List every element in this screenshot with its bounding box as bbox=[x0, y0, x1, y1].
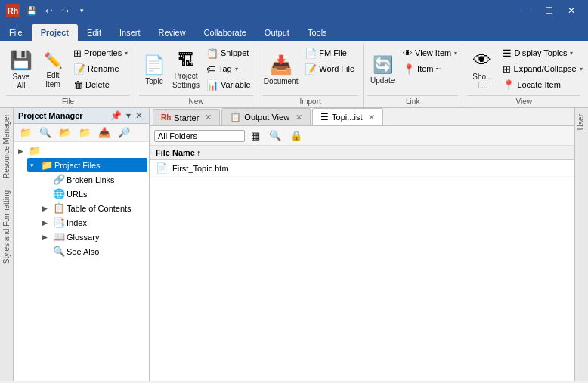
glossary-expand-icon[interactable]: ▶ bbox=[42, 233, 51, 241]
tab-collaborate[interactable]: Collaborate bbox=[195, 24, 255, 41]
main-area: Resource Manager Styles and Formatting P… bbox=[0, 108, 588, 381]
panel-controls: 📌 ▾ ✕ bbox=[109, 110, 144, 121]
file-item-icon: 📄 bbox=[156, 162, 168, 174]
document-label: Document bbox=[264, 77, 299, 86]
ribbon-group-view-content: 👁 Sho...L... ☰ Display Topics ▾ ⊞ Expand… bbox=[467, 44, 580, 95]
link-small-group: 👁 View Item ▾ 📍 Item ~ bbox=[399, 45, 461, 76]
tab-starter[interactable]: Rh Starter ✕ bbox=[153, 109, 220, 125]
item-tilde-icon: 📍 bbox=[403, 63, 415, 75]
panel-pin-btn[interactable]: 📌 bbox=[109, 110, 123, 121]
panel-open-btn[interactable]: 📁 bbox=[17, 125, 35, 140]
edit-item-label: EditItem bbox=[45, 71, 60, 89]
document-button[interactable]: 📥 Document bbox=[262, 45, 299, 95]
display-topics-button[interactable]: ☰ Display Topics ▾ bbox=[499, 45, 586, 60]
expand-collapse-icon: ⊞ bbox=[503, 63, 511, 75]
tab-tools[interactable]: Tools bbox=[299, 24, 336, 41]
ribbon-group-import-content: 📥 Document 📄 FM File 📝 Word File bbox=[262, 44, 358, 95]
save-all-icon: 💾 bbox=[10, 50, 32, 71]
tab-file[interactable]: File bbox=[0, 24, 32, 41]
tree-toc[interactable]: ▶ 📋 Table of Contents bbox=[39, 201, 147, 215]
close-btn[interactable]: ✕ bbox=[561, 3, 582, 18]
file-small-group: ⊞ Properties ▾ 📝 Rename 🗑 Delete bbox=[70, 45, 132, 92]
tree-index[interactable]: ▶ 📑 Index bbox=[39, 215, 147, 230]
index-label: Index bbox=[67, 218, 87, 227]
view-item-button[interactable]: 👁 View Item ▾ bbox=[399, 45, 461, 60]
quick-access-dropdown[interactable]: ▾ bbox=[74, 4, 89, 17]
display-topics-arrow: ▾ bbox=[570, 50, 573, 57]
delete-button[interactable]: 🗑 Delete bbox=[70, 77, 132, 92]
rename-button[interactable]: 📝 Rename bbox=[70, 61, 132, 76]
show-l-icon: 👁 bbox=[473, 50, 491, 71]
properties-icon: ⊞ bbox=[73, 48, 82, 59]
item-tilde-button[interactable]: 📍 Item ~ bbox=[399, 61, 461, 76]
panel-toolbar: 📁 🔍 📂 📁 📥 🔎 bbox=[14, 124, 149, 142]
tab-edit[interactable]: Edit bbox=[78, 24, 110, 41]
fm-file-button[interactable]: 📄 FM File bbox=[301, 45, 358, 60]
tab-project[interactable]: Project bbox=[32, 24, 78, 41]
variable-button[interactable]: 📊 Variable bbox=[203, 77, 255, 92]
expand-collapse-button[interactable]: ⊞ Expand/Collapse ▾ bbox=[499, 61, 586, 76]
minimize-btn[interactable]: — bbox=[515, 3, 537, 18]
topic-button[interactable]: 📄 Topic bbox=[139, 45, 169, 95]
panel-add-folder-btn[interactable]: 📁 bbox=[76, 125, 94, 140]
file-item-name: First_Topic.htm bbox=[172, 164, 229, 173]
word-file-button[interactable]: 📝 Word File bbox=[301, 61, 358, 76]
redo-quick-btn[interactable]: ↪ bbox=[57, 4, 73, 17]
tag-button[interactable]: 🏷 Tag ▾ bbox=[203, 61, 255, 76]
tab-output[interactable]: Output bbox=[255, 24, 299, 41]
save-quick-btn[interactable]: 💾 bbox=[24, 4, 39, 17]
tree-glossary[interactable]: ▶ 📖 Glossary bbox=[39, 230, 147, 244]
locate-item-button[interactable]: 📍 Locate Item bbox=[499, 77, 586, 92]
file-item[interactable]: 📄 First_Topic.htm bbox=[150, 160, 574, 177]
locate-item-label: Locate Item bbox=[517, 80, 560, 89]
toc-expand-icon[interactable]: ▶ bbox=[42, 205, 51, 212]
rename-icon: 📝 bbox=[73, 63, 85, 75]
panel-import-btn[interactable]: 📥 bbox=[95, 125, 113, 140]
topic-list-tab-close[interactable]: ✕ bbox=[368, 113, 375, 122]
fm-file-icon: 📄 bbox=[305, 48, 317, 59]
tab-insert[interactable]: Insert bbox=[110, 24, 150, 41]
folder-select[interactable]: All Folders bbox=[154, 130, 245, 142]
right-sidebar: User bbox=[574, 108, 588, 381]
tab-output-view[interactable]: 📋 Output View ✕ bbox=[221, 108, 311, 125]
panel-search-btn[interactable]: 🔍 bbox=[36, 125, 54, 140]
word-file-icon: 📝 bbox=[305, 63, 317, 75]
new-small-group: 📋 Snippet 🏷 Tag ▾ 📊 Variable bbox=[203, 45, 255, 92]
project-files-expand-icon[interactable]: ▾ bbox=[30, 162, 39, 169]
ribbon-group-link-content: 🔄 Update 👁 View Item ▾ 📍 Item ~ bbox=[367, 44, 458, 95]
project-manager-panel: Project Manager 📌 ▾ ✕ 📁 🔍 📂 📁 📥 🔎 ▶ 📁 bbox=[14, 108, 150, 381]
snippet-icon: 📋 bbox=[206, 48, 218, 59]
save-all-button[interactable]: 💾 Save All bbox=[6, 45, 36, 95]
file-search-btn[interactable]: 🔍 bbox=[266, 128, 284, 143]
panel-close-btn[interactable]: ✕ bbox=[134, 110, 144, 121]
file-lock-btn[interactable]: 🔒 bbox=[287, 128, 305, 143]
edit-item-button[interactable]: ✏️ EditItem bbox=[38, 45, 68, 95]
maximize-btn[interactable]: ☐ bbox=[538, 3, 559, 18]
starter-tab-close[interactable]: ✕ bbox=[205, 113, 212, 122]
show-l-button[interactable]: 👁 Sho...L... bbox=[467, 45, 497, 95]
update-button[interactable]: 🔄 Update bbox=[367, 45, 398, 95]
project-settings-button[interactable]: 🏗 ProjectSettings bbox=[171, 45, 201, 95]
snippet-button[interactable]: 📋 Snippet bbox=[203, 45, 255, 60]
panel-find-btn[interactable]: 🔎 bbox=[115, 125, 133, 140]
tree-urls[interactable]: 🌐 URLs bbox=[39, 187, 147, 201]
panel-folder-btn[interactable]: 📂 bbox=[56, 125, 74, 140]
content-tab-bar: Rh Starter ✕ 📋 Output View ✕ ☰ Topi...is… bbox=[150, 108, 574, 126]
file-grid-view-btn[interactable]: ▦ bbox=[248, 128, 263, 143]
output-tab-close[interactable]: ✕ bbox=[296, 113, 302, 122]
tree-broken-links[interactable]: 🔗 Broken Links bbox=[39, 172, 147, 187]
output-tab-label: Output View bbox=[244, 113, 289, 122]
view-item-label: View Item bbox=[415, 48, 451, 57]
view-group-label: View bbox=[467, 95, 580, 107]
tab-review[interactable]: Review bbox=[150, 24, 195, 41]
properties-button[interactable]: ⊞ Properties ▾ bbox=[70, 45, 132, 60]
root-expand-icon[interactable]: ▶ bbox=[18, 147, 27, 155]
tree-project-files-container: ▾ 📁 Project Files 🔗 Broken Links 🌐 URLs bbox=[27, 158, 147, 258]
index-expand-icon[interactable]: ▶ bbox=[42, 219, 51, 227]
undo-quick-btn[interactable]: ↩ bbox=[41, 4, 56, 17]
tab-topic-list[interactable]: ☰ Topi...ist ✕ bbox=[312, 108, 383, 125]
tree-project-files[interactable]: ▾ 📁 Project Files bbox=[27, 158, 147, 172]
panel-menu-btn[interactable]: ▾ bbox=[125, 110, 132, 121]
quick-access-toolbar: 💾 ↩ ↪ ▾ bbox=[24, 4, 89, 17]
tree-see-also[interactable]: 🔍 See Also bbox=[39, 244, 147, 258]
